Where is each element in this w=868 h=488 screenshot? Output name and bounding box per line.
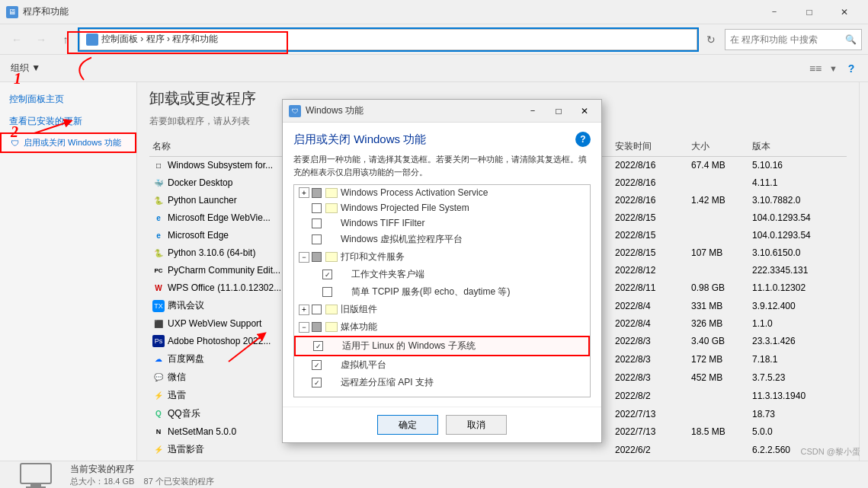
dialog-title: Windows 功能	[306, 104, 517, 117]
feature-checkbox[interactable]	[312, 234, 322, 244]
help-icon[interactable]: ?	[575, 132, 591, 147]
feature-checkbox[interactable]	[312, 360, 322, 370]
expand-icon[interactable]: +	[299, 305, 309, 315]
feature-item[interactable]: + 旧版组件	[294, 301, 590, 318]
feature-label: 适用于 Linux 的 Windows 子系统	[342, 340, 476, 352]
feature-checkbox[interactable]	[322, 287, 332, 297]
dialog-title-bar: 🛡 Windows 功能 － □ ✕	[283, 100, 601, 123]
feature-folder-icon	[325, 305, 338, 314]
feature-item[interactable]: 虚拟机平台	[294, 356, 590, 374]
dialog-maximize-button[interactable]: □	[548, 102, 569, 120]
feature-label: 简单 TCPIP 服务(即 echo、daytime 等)	[351, 285, 511, 298]
expand-icon[interactable]	[299, 203, 309, 213]
feature-checkbox[interactable]	[312, 188, 322, 198]
dialog-minimize-button[interactable]: －	[522, 102, 543, 120]
expand-icon[interactable]	[299, 218, 309, 228]
dialog-overlay: 🛡 Windows 功能 － □ ✕ 启用或关闭 Windows 功能 ? 若要…	[0, 0, 868, 488]
expand-icon[interactable]	[299, 234, 309, 245]
feature-checkbox[interactable]	[312, 203, 322, 213]
feature-label: 远程差分压缩 API 支持	[341, 376, 434, 389]
feature-folder-icon	[325, 188, 338, 198]
feature-label: 虚拟机平台	[341, 359, 386, 372]
ok-button[interactable]: 确定	[377, 415, 438, 435]
expand-icon[interactable]	[299, 360, 309, 371]
feature-item[interactable]: Windows TIFF IFilter	[294, 215, 590, 231]
cancel-button[interactable]: 取消	[446, 415, 507, 435]
feature-label: Windows Process Activation Service	[341, 187, 488, 198]
dialog-footer: 确定 取消	[283, 407, 601, 442]
expand-icon[interactable]	[300, 341, 311, 352]
feature-checkbox[interactable]	[322, 270, 332, 279]
windows-features-dialog: 🛡 Windows 功能 － □ ✕ 启用或关闭 Windows 功能 ? 若要…	[282, 99, 602, 443]
expand-icon[interactable]	[309, 270, 320, 280]
dialog-description: 若要启用一种功能，请选择其复选框。若要关闭一种功能，请清除其复选框。填充的框表示…	[293, 153, 591, 178]
feature-label: 工作文件夹客户端	[351, 268, 424, 281]
feature-item[interactable]: Windows Projected File System	[294, 200, 590, 215]
feature-folder-icon	[325, 203, 338, 213]
feature-label: 媒体功能	[341, 321, 377, 333]
dialog-heading: 启用或关闭 Windows 功能 ?	[293, 132, 591, 147]
expand-icon[interactable]	[309, 287, 320, 298]
feature-item[interactable]: 工作文件夹客户端	[294, 266, 590, 283]
expand-icon[interactable]	[299, 378, 309, 388]
expand-icon[interactable]: －	[299, 322, 309, 333]
dialog-close-button[interactable]: ✕	[574, 102, 595, 120]
feature-label: Windows 虚拟机监控程序平台	[341, 233, 463, 246]
feature-label: 旧版组件	[341, 303, 377, 316]
feature-label: Windows Projected File System	[341, 203, 469, 213]
feature-item[interactable]: － 媒体功能	[294, 318, 590, 336]
feature-item-wsl[interactable]: 适用于 Linux 的 Windows 子系统	[294, 336, 590, 356]
expand-icon[interactable]: +	[299, 187, 309, 198]
feature-list[interactable]: + Windows Process Activation Service Win…	[293, 184, 591, 397]
feature-label: 打印和文件服务	[341, 250, 405, 263]
feature-checkbox[interactable]	[312, 305, 322, 314]
feature-checkbox[interactable]	[312, 252, 322, 262]
feature-checkbox[interactable]	[312, 218, 322, 228]
feature-checkbox[interactable]	[312, 378, 322, 388]
expand-icon[interactable]: －	[299, 252, 309, 263]
feature-item[interactable]: Windows 虚拟机监控程序平台	[294, 231, 590, 248]
dialog-icon: 🛡	[289, 105, 301, 117]
feature-folder-icon	[325, 322, 338, 332]
feature-checkbox[interactable]	[313, 341, 323, 351]
feature-folder-icon	[325, 252, 338, 262]
feature-item[interactable]: 简单 TCPIP 服务(即 echo、daytime 等)	[294, 283, 590, 301]
feature-item[interactable]: － 打印和文件服务	[294, 248, 590, 266]
feature-label: Windows TIFF IFilter	[341, 218, 424, 228]
feature-item[interactable]: + Windows Process Activation Service	[294, 185, 590, 200]
feature-checkbox[interactable]	[312, 322, 322, 332]
feature-item[interactable]: 远程差分压缩 API 支持	[294, 374, 590, 391]
dialog-body: 启用或关闭 Windows 功能 ? 若要启用一种功能，请选择其复选框。若要关闭…	[283, 123, 601, 407]
